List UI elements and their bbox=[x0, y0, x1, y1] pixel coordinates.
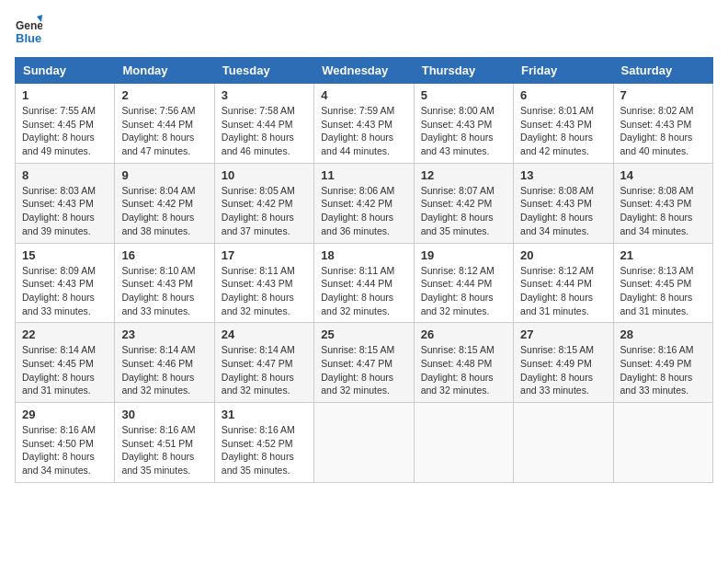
calendar-cell: 18 Sunrise: 8:11 AMSunset: 4:44 PMDaylig… bbox=[314, 243, 414, 323]
day-number: 10 bbox=[222, 168, 307, 182]
cell-info: Sunrise: 8:14 AMSunset: 4:46 PMDaylight:… bbox=[121, 344, 195, 396]
day-number: 21 bbox=[620, 248, 706, 262]
day-number: 14 bbox=[620, 168, 706, 182]
cell-info: Sunrise: 8:16 AMSunset: 4:51 PMDaylight:… bbox=[121, 424, 195, 476]
day-number: 26 bbox=[421, 327, 506, 341]
day-number: 29 bbox=[22, 408, 108, 421]
cell-info: Sunrise: 8:00 AMSunset: 4:43 PMDaylight:… bbox=[421, 105, 495, 156]
day-number: 8 bbox=[22, 168, 108, 182]
calendar-cell: 23 Sunrise: 8:14 AMSunset: 4:46 PMDaylig… bbox=[115, 323, 214, 403]
svg-text:Blue: Blue bbox=[16, 31, 41, 45]
day-number: 30 bbox=[121, 408, 207, 421]
day-number: 7 bbox=[620, 88, 706, 102]
weekday-header-sunday: Sunday bbox=[16, 58, 115, 84]
cell-info: Sunrise: 7:56 AMSunset: 4:44 PMDaylight:… bbox=[121, 105, 195, 156]
calendar-cell: 6 Sunrise: 8:01 AMSunset: 4:43 PMDayligh… bbox=[514, 84, 613, 164]
calendar-cell: 3 Sunrise: 7:58 AMSunset: 4:44 PMDayligh… bbox=[214, 84, 313, 164]
calendar-week-2: 8 Sunrise: 8:03 AMSunset: 4:43 PMDayligh… bbox=[16, 163, 713, 243]
day-number: 27 bbox=[520, 327, 606, 341]
cell-info: Sunrise: 8:05 AMSunset: 4:42 PMDaylight:… bbox=[222, 185, 295, 236]
calendar-cell: 26 Sunrise: 8:15 AMSunset: 4:48 PMDaylig… bbox=[414, 323, 513, 403]
calendar-cell bbox=[314, 403, 414, 483]
weekday-header-saturday: Saturday bbox=[613, 58, 712, 84]
logo-svg: General Blue bbox=[15, 15, 42, 48]
day-number: 19 bbox=[421, 248, 506, 262]
page-header: General Blue bbox=[15, 15, 713, 48]
calendar-cell: 12 Sunrise: 8:07 AMSunset: 4:42 PMDaylig… bbox=[414, 163, 513, 243]
calendar-cell: 16 Sunrise: 8:10 AMSunset: 4:43 PMDaylig… bbox=[115, 243, 214, 323]
cell-info: Sunrise: 8:14 AMSunset: 4:45 PMDaylight:… bbox=[22, 344, 96, 396]
day-number: 9 bbox=[121, 168, 207, 182]
day-number: 6 bbox=[520, 88, 606, 102]
logo-shape: General Blue bbox=[15, 15, 42, 48]
calendar-week-1: 1 Sunrise: 7:55 AMSunset: 4:45 PMDayligh… bbox=[16, 84, 713, 164]
cell-info: Sunrise: 8:12 AMSunset: 4:44 PMDaylight:… bbox=[520, 265, 594, 316]
day-number: 23 bbox=[121, 327, 207, 341]
calendar-cell: 20 Sunrise: 8:12 AMSunset: 4:44 PMDaylig… bbox=[514, 243, 613, 323]
day-number: 28 bbox=[620, 327, 706, 341]
cell-info: Sunrise: 8:12 AMSunset: 4:44 PMDaylight:… bbox=[421, 265, 495, 316]
cell-info: Sunrise: 8:16 AMSunset: 4:50 PMDaylight:… bbox=[22, 424, 96, 476]
calendar-week-4: 22 Sunrise: 8:14 AMSunset: 4:45 PMDaylig… bbox=[16, 323, 713, 403]
day-number: 31 bbox=[222, 408, 307, 421]
calendar-cell: 7 Sunrise: 8:02 AMSunset: 4:43 PMDayligh… bbox=[613, 84, 712, 164]
calendar-week-3: 15 Sunrise: 8:09 AMSunset: 4:43 PMDaylig… bbox=[16, 243, 713, 323]
calendar-cell: 29 Sunrise: 8:16 AMSunset: 4:50 PMDaylig… bbox=[16, 403, 115, 483]
cell-info: Sunrise: 7:55 AMSunset: 4:45 PMDaylight:… bbox=[22, 105, 96, 156]
cell-info: Sunrise: 8:10 AMSunset: 4:43 PMDaylight:… bbox=[121, 265, 195, 316]
calendar-cell: 22 Sunrise: 8:14 AMSunset: 4:45 PMDaylig… bbox=[16, 323, 115, 403]
cell-info: Sunrise: 8:02 AMSunset: 4:43 PMDaylight:… bbox=[620, 105, 694, 156]
day-number: 20 bbox=[520, 248, 606, 262]
day-number: 22 bbox=[22, 327, 108, 341]
calendar-cell: 27 Sunrise: 8:15 AMSunset: 4:49 PMDaylig… bbox=[514, 323, 613, 403]
calendar-cell: 8 Sunrise: 8:03 AMSunset: 4:43 PMDayligh… bbox=[16, 163, 115, 243]
calendar-cell: 4 Sunrise: 7:59 AMSunset: 4:43 PMDayligh… bbox=[314, 84, 414, 164]
calendar-cell: 11 Sunrise: 8:06 AMSunset: 4:42 PMDaylig… bbox=[314, 163, 414, 243]
weekday-header-friday: Friday bbox=[514, 58, 613, 84]
day-number: 25 bbox=[321, 327, 406, 341]
calendar-cell: 9 Sunrise: 8:04 AMSunset: 4:42 PMDayligh… bbox=[115, 163, 214, 243]
calendar-cell: 28 Sunrise: 8:16 AMSunset: 4:49 PMDaylig… bbox=[613, 323, 712, 403]
day-number: 5 bbox=[421, 88, 506, 102]
day-number: 3 bbox=[222, 88, 307, 102]
weekday-header-monday: Monday bbox=[115, 58, 214, 84]
calendar-cell: 5 Sunrise: 8:00 AMSunset: 4:43 PMDayligh… bbox=[414, 84, 513, 164]
calendar-cell: 25 Sunrise: 8:15 AMSunset: 4:47 PMDaylig… bbox=[314, 323, 414, 403]
cell-info: Sunrise: 8:09 AMSunset: 4:43 PMDaylight:… bbox=[22, 265, 96, 316]
calendar-table: SundayMondayTuesdayWednesdayThursdayFrid… bbox=[15, 57, 713, 483]
cell-info: Sunrise: 8:04 AMSunset: 4:42 PMDaylight:… bbox=[121, 185, 195, 236]
cell-info: Sunrise: 8:06 AMSunset: 4:42 PMDaylight:… bbox=[321, 185, 394, 236]
cell-info: Sunrise: 8:11 AMSunset: 4:44 PMDaylight:… bbox=[321, 265, 394, 316]
day-number: 1 bbox=[22, 88, 108, 102]
cell-info: Sunrise: 8:03 AMSunset: 4:43 PMDaylight:… bbox=[22, 185, 96, 236]
cell-info: Sunrise: 8:11 AMSunset: 4:43 PMDaylight:… bbox=[222, 265, 295, 316]
weekday-header-thursday: Thursday bbox=[414, 58, 513, 84]
calendar-cell bbox=[414, 403, 513, 483]
day-number: 11 bbox=[321, 168, 406, 182]
day-number: 4 bbox=[321, 88, 406, 102]
day-number: 12 bbox=[421, 168, 506, 182]
calendar-cell: 17 Sunrise: 8:11 AMSunset: 4:43 PMDaylig… bbox=[214, 243, 313, 323]
cell-info: Sunrise: 8:16 AMSunset: 4:52 PMDaylight:… bbox=[222, 424, 295, 476]
day-number: 24 bbox=[222, 327, 307, 341]
cell-info: Sunrise: 8:01 AMSunset: 4:43 PMDaylight:… bbox=[520, 105, 594, 156]
day-number: 2 bbox=[121, 88, 207, 102]
calendar-cell: 24 Sunrise: 8:14 AMSunset: 4:47 PMDaylig… bbox=[214, 323, 313, 403]
cell-info: Sunrise: 8:16 AMSunset: 4:49 PMDaylight:… bbox=[620, 344, 694, 396]
calendar-cell: 1 Sunrise: 7:55 AMSunset: 4:45 PMDayligh… bbox=[16, 84, 115, 164]
cell-info: Sunrise: 8:08 AMSunset: 4:43 PMDaylight:… bbox=[520, 185, 594, 236]
cell-info: Sunrise: 8:15 AMSunset: 4:48 PMDaylight:… bbox=[421, 344, 495, 396]
cell-info: Sunrise: 7:59 AMSunset: 4:43 PMDaylight:… bbox=[321, 105, 394, 156]
cell-info: Sunrise: 8:15 AMSunset: 4:47 PMDaylight:… bbox=[321, 344, 394, 396]
day-number: 16 bbox=[121, 248, 207, 262]
cell-info: Sunrise: 8:14 AMSunset: 4:47 PMDaylight:… bbox=[222, 344, 295, 396]
cell-info: Sunrise: 7:58 AMSunset: 4:44 PMDaylight:… bbox=[222, 105, 295, 156]
weekday-header-wednesday: Wednesday bbox=[314, 58, 414, 84]
calendar-cell: 21 Sunrise: 8:13 AMSunset: 4:45 PMDaylig… bbox=[613, 243, 712, 323]
calendar-cell bbox=[514, 403, 613, 483]
day-number: 18 bbox=[321, 248, 406, 262]
day-number: 15 bbox=[22, 248, 108, 262]
calendar-cell: 10 Sunrise: 8:05 AMSunset: 4:42 PMDaylig… bbox=[214, 163, 313, 243]
calendar-cell bbox=[613, 403, 712, 483]
cell-info: Sunrise: 8:08 AMSunset: 4:43 PMDaylight:… bbox=[620, 185, 694, 236]
